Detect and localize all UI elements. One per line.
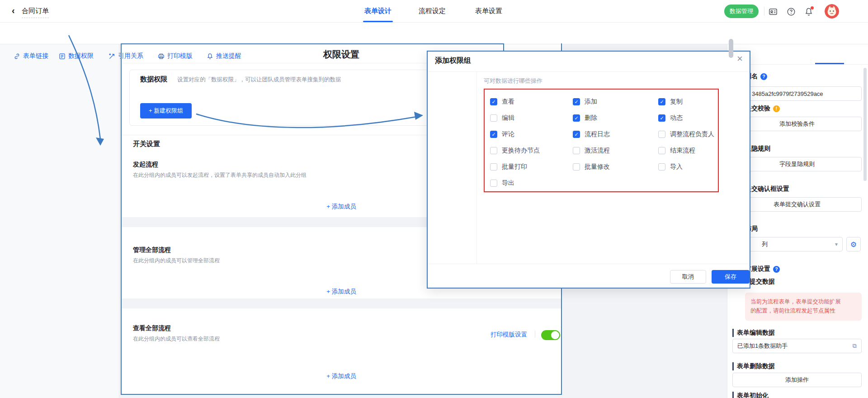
- toolbar-link-label: 推送提醒: [216, 52, 241, 60]
- checkbox-icon[interactable]: [490, 131, 497, 138]
- layout-gear-button[interactable]: ⚙: [846, 237, 861, 251]
- op-import[interactable]: 导入: [658, 163, 683, 171]
- question-circle-icon[interactable]: [773, 266, 780, 273]
- edit-data-value: 已添加1条数据助手: [737, 342, 853, 350]
- add-operation-button[interactable]: 添加操作: [732, 373, 862, 387]
- id-card-icon[interactable]: [769, 7, 778, 16]
- add-member-link[interactable]: + 添加成员: [121, 372, 562, 380]
- op-batch-edit[interactable]: 批量修改: [573, 163, 610, 171]
- warning-circle-icon[interactable]: [773, 105, 780, 112]
- checkbox-icon[interactable]: [490, 147, 497, 154]
- back-chevron-icon[interactable]: ‹: [12, 5, 15, 16]
- notification-bell-icon[interactable]: [804, 7, 813, 16]
- checkbox-icon[interactable]: [490, 98, 497, 105]
- checkbox-icon[interactable]: [573, 98, 580, 105]
- checkbox-icon[interactable]: [658, 147, 665, 154]
- op-batch-print[interactable]: 批量打印: [490, 163, 527, 171]
- op-view[interactable]: 查看: [490, 98, 514, 106]
- edit-data-box[interactable]: 已添加1条数据助手 ⧉: [732, 339, 862, 353]
- checkbox-icon[interactable]: [658, 163, 665, 171]
- annotation-rect-left: [121, 43, 122, 395]
- modal-title: 添加权限组: [435, 56, 471, 66]
- tab-form-setting[interactable]: 表单设置: [475, 7, 502, 15]
- header-divider: [764, 7, 764, 16]
- section-desc: 在此分组内的成员可以管理全部流程: [133, 257, 220, 265]
- edit-icon[interactable]: ⧉: [853, 342, 857, 350]
- gear-icon: ⚙: [850, 240, 857, 249]
- flow-form-warning: 当前为流程表单，表单提交功能扩展 的配置，请前往流程发起节点属性: [745, 293, 862, 321]
- delete-data-header: 表单删除数据: [732, 362, 775, 370]
- avatar[interactable]: [825, 4, 839, 19]
- visibility-rule-button[interactable]: 字段显隐规则: [732, 157, 862, 171]
- print-template-toggle[interactable]: [541, 330, 560, 340]
- modal-cancel-button[interactable]: 取消: [670, 270, 706, 284]
- notification-dot: [811, 6, 814, 9]
- checkbox-icon[interactable]: [573, 131, 580, 138]
- inspector-scrollbar[interactable]: [863, 68, 867, 181]
- modal-save-button[interactable]: 保存: [712, 270, 750, 284]
- submit-confirm-button[interactable]: 表单提交确认设置: [732, 197, 862, 212]
- form-title[interactable]: 合同订单: [22, 7, 49, 18]
- op-activity[interactable]: 动态: [658, 114, 683, 122]
- data-manage-button[interactable]: 数据管理: [724, 5, 759, 18]
- tab-flow-setting[interactable]: 流程设定: [419, 7, 446, 15]
- link-icon: [14, 53, 20, 60]
- print-template-button[interactable]: 打印模版: [158, 52, 193, 60]
- op-flow-log[interactable]: 流程日志: [573, 130, 610, 138]
- form-toolbar: 表单链接 数据权限 引用关系 打印模版 推送提醒 预览 保存: [0, 23, 868, 44]
- op-comment[interactable]: 评论: [490, 130, 514, 138]
- warning-line: 的配置，请前往流程发起节点属性: [750, 306, 856, 315]
- checkbox-icon[interactable]: [658, 98, 665, 105]
- op-activate-flow[interactable]: 激活流程: [573, 147, 610, 155]
- checkbox-icon[interactable]: [490, 180, 497, 187]
- reference-relation-button[interactable]: 引用关系: [108, 52, 143, 60]
- op-copy[interactable]: 复制: [658, 98, 683, 106]
- section-gap: [122, 298, 561, 308]
- push-icon: [207, 53, 213, 60]
- add-validation-button[interactable]: 添加校验条件: [732, 117, 862, 131]
- help-icon[interactable]: [787, 7, 796, 16]
- print-template-setting-link[interactable]: 打印模版设置: [491, 331, 527, 339]
- op-end-flow[interactable]: 结束流程: [658, 147, 695, 155]
- op-adjust-owner[interactable]: 调整流程负责人: [658, 130, 714, 138]
- checkbox-icon[interactable]: [573, 147, 580, 154]
- app-window: ‹ 合同订单 表单设计 流程设定 表单设置 数据管理 表单链接 数据权限: [0, 0, 868, 398]
- checkbox-icon[interactable]: [573, 114, 580, 122]
- close-icon[interactable]: ×: [737, 54, 743, 64]
- op-export[interactable]: 导出: [490, 179, 514, 187]
- modal-header-divider: [428, 71, 750, 72]
- section-title-manage-all: 管理全部流程: [133, 246, 171, 254]
- top-header: ‹ 合同订单 表单设计 流程设定 表单设置 数据管理: [0, 0, 868, 23]
- op-edit[interactable]: 编辑: [490, 114, 514, 122]
- checkbox-icon[interactable]: [490, 114, 497, 122]
- toolbar-link-label: 打印模版: [167, 52, 193, 60]
- alias-input[interactable]: [732, 86, 862, 101]
- form-link-button[interactable]: 表单链接: [14, 52, 48, 60]
- checkbox-icon[interactable]: [658, 131, 665, 138]
- chevron-down-icon: ▾: [835, 241, 838, 247]
- section-desc: 在此分组内的成员可以查看全部流程: [133, 335, 220, 343]
- modal-footer-divider: [428, 264, 750, 264]
- checkbox-icon[interactable]: [490, 163, 497, 171]
- op-change-node[interactable]: 更换待办节点: [490, 147, 540, 155]
- op-delete[interactable]: 删除: [573, 114, 597, 122]
- op-add[interactable]: 添加: [573, 98, 597, 106]
- toggle-knob: [551, 331, 559, 339]
- checkbox-icon[interactable]: [573, 163, 580, 171]
- toolbar-link-label: 数据权限: [68, 52, 94, 60]
- question-circle-icon[interactable]: [760, 73, 767, 80]
- active-tab-underline: [363, 21, 393, 22]
- tab-form-design[interactable]: 表单设计: [364, 7, 392, 15]
- checkbox-icon[interactable]: [658, 114, 665, 122]
- new-permission-group-button[interactable]: + 新建权限组: [140, 103, 192, 118]
- annotation-rect-bottom: [121, 394, 562, 395]
- reference-icon: [108, 53, 115, 60]
- data-permission-button[interactable]: 数据权限: [59, 52, 94, 60]
- canvas-scrollbar[interactable]: [729, 39, 733, 58]
- section-title-view-all: 查看全部流程: [133, 324, 171, 332]
- data-permission-desc: 设置对应的「数据权限」，可以让团队成员管理表单搜集到的数据: [177, 76, 341, 84]
- push-reminder-button[interactable]: 推送提醒: [207, 52, 241, 60]
- field-palette-sidebar: [0, 44, 119, 398]
- data-permission-title: 数据权限: [140, 75, 167, 84]
- add-member-link[interactable]: + 添加成员: [121, 288, 562, 296]
